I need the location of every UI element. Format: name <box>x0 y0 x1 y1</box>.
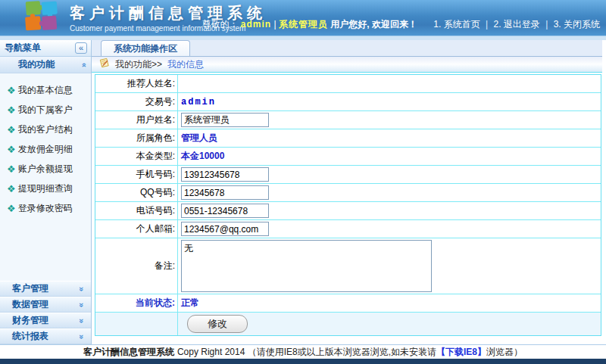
footer-copyright: Copy Right 2014 <box>177 347 245 357</box>
field-label: 用户姓名: <box>95 111 177 129</box>
menu-item-label: 我的客户结构 <box>18 123 73 136</box>
menu-item-label: 提现明细查询 <box>18 182 73 195</box>
footer-system-name: 客户计酬信息管理系统 <box>83 346 174 359</box>
qq-input[interactable] <box>181 185 269 200</box>
sidebar-item-change-password[interactable]: ❖ 登录修改密码 <box>7 198 91 218</box>
separator: | <box>486 19 488 30</box>
sidebar-item-sub-customers[interactable]: ❖ 我的下属客户 <box>7 100 91 120</box>
section-label: 客户管理 <box>12 282 48 295</box>
footer: 客户计酬信息管理系统 Copy Right 2014 （请使用IE8或以上版本浏… <box>0 344 606 359</box>
sidebar-section-finance-mgmt[interactable]: 财务管理 » <box>0 313 91 328</box>
diamond-icon: ❖ <box>7 144 16 155</box>
sidebar-spacer <box>0 218 91 281</box>
edit-note-icon <box>98 58 110 71</box>
sidebar-item-withdraw-query[interactable]: ❖ 提现明细查询 <box>7 179 91 198</box>
field-label: 手机号码: <box>95 166 177 183</box>
sidebar-item-commission-detail[interactable]: ❖ 发放佣金明细 <box>7 139 91 159</box>
header-nav-links: 1. 系统首页 | 2. 退出登录 | 3. 关闭系统 <box>433 19 600 30</box>
row-user-name: 用户姓名: <box>95 111 601 129</box>
user-role: 系统管理员 <box>279 19 328 30</box>
my-info-form: 推荐人姓名: 交易号: admin 用户姓名: 所属角色: 管理人员 本金类型: <box>95 74 601 336</box>
field-label: 个人邮箱: <box>95 220 177 238</box>
row-email: 个人邮箱: <box>95 220 601 238</box>
field-label: 推荐人姓名: <box>95 75 177 92</box>
sidebar-section-stats-report[interactable]: 统计报表 » <box>0 328 91 344</box>
sidebar-section-customer-mgmt[interactable]: 客户管理 » <box>0 281 91 297</box>
section-label: 财务管理 <box>12 314 48 327</box>
section-label: 统计报表 <box>12 330 48 343</box>
diamond-icon: ❖ <box>7 104 16 116</box>
user-name-input[interactable] <box>181 113 269 127</box>
puzzle-logo-icon <box>21 0 62 36</box>
breadcrumb-section: 我的功能>> <box>115 58 162 71</box>
row-submit: 修改 <box>95 313 601 335</box>
sidebar-item-customer-structure[interactable]: ❖ 我的客户结构 <box>7 120 91 139</box>
chevron-down-icon: » <box>77 334 86 338</box>
nav-link-logout[interactable]: 2. 退出登录 <box>494 19 540 30</box>
separator: | <box>274 19 276 30</box>
main-content: 系统功能操作区 我的功能>> 我的信息 推荐人姓名: <box>92 40 606 344</box>
diamond-icon: ❖ <box>7 183 16 194</box>
field-label: 备注: <box>95 238 177 294</box>
welcome-text: 用户您好, 欢迎回来！ <box>330 19 417 30</box>
field-label: QQ号码: <box>95 184 177 201</box>
field-label: 本金类型: <box>95 148 177 165</box>
chevron-down-icon: » <box>77 286 86 291</box>
greeting-prefix: 尊敬的： <box>201 19 238 30</box>
nav-link-home[interactable]: 1. 系统首页 <box>433 19 479 30</box>
field-value <box>177 75 601 92</box>
row-mobile: 手机号码: <box>95 166 601 184</box>
row-qq: QQ号码: <box>95 184 601 202</box>
app-header: 客户计酬信息管理系统 Customer payment management i… <box>0 0 606 36</box>
sidebar-header: 导航菜单 « <box>0 40 91 57</box>
row-principal-type: 本金类型: 本金10000 <box>95 148 601 166</box>
row-phone: 电话号码: <box>95 202 601 220</box>
menu-item-label: 登录修改密码 <box>18 202 73 215</box>
separator: | <box>545 19 548 30</box>
diamond-icon: ❖ <box>7 203 16 214</box>
phone-input[interactable] <box>181 204 269 218</box>
chevron-down-icon: » <box>77 302 86 306</box>
field-label: 所属角色: <box>95 129 177 147</box>
status-value: 正常 <box>181 297 199 310</box>
section-label: 我的功能 <box>18 58 55 71</box>
menu-item-label: 账户余额提现 <box>18 163 73 176</box>
modify-button[interactable]: 修改 <box>187 315 248 333</box>
diamond-icon: ❖ <box>7 85 16 96</box>
trade-no-value: admin <box>181 97 216 107</box>
email-input[interactable] <box>181 222 269 236</box>
role-value: 管理人员 <box>181 132 217 145</box>
sidebar-item-basic-info[interactable]: ❖ 我的基本信息 <box>7 80 91 100</box>
row-referrer-name: 推荐人姓名: <box>95 75 601 93</box>
breadcrumb-page[interactable]: 我的信息 <box>167 58 204 71</box>
menu-item-label: 我的下属客户 <box>18 104 73 117</box>
sidebar-section-my-functions[interactable]: 我的功能 » <box>0 57 91 73</box>
breadcrumb: 我的功能>> 我的信息 <box>92 57 602 73</box>
chevron-down-icon: » <box>77 318 86 322</box>
username: admin <box>241 19 271 30</box>
sidebar-menu: ❖ 我的基本信息 ❖ 我的下属客户 ❖ 我的客户结构 ❖ 发放佣金明细 ❖ <box>0 73 91 218</box>
sidebar-item-balance-withdraw[interactable]: ❖ 账户余额提现 <box>7 159 91 179</box>
app-window: 客户计酬信息管理系统 Customer payment management i… <box>0 0 606 364</box>
sidebar-collapse-button[interactable]: « <box>75 42 87 54</box>
section-label: 数据管理 <box>12 298 48 311</box>
field-label: 当前状态: <box>95 294 177 312</box>
remark-textarea[interactable]: 无 <box>181 240 432 292</box>
sidebar: 导航菜单 « 我的功能 » ❖ 我的基本信息 ❖ 我的下属客户 ❖ 我的客户结构 <box>0 40 92 344</box>
row-remark: 备注: 无 <box>95 238 601 294</box>
tab-bar: 系统功能操作区 <box>92 40 602 57</box>
sidebar-title: 导航菜单 <box>5 42 41 54</box>
nav-link-close-system[interactable]: 3. 关闭系统 <box>554 19 600 30</box>
sidebar-section-data-mgmt[interactable]: 数据管理 » <box>0 297 91 313</box>
tab-operation-area[interactable]: 系统功能操作区 <box>101 40 190 56</box>
footer-notice: （请使用IE8或以上版本浏览器浏览,如未安装请 <box>248 346 436 359</box>
mobile-input[interactable] <box>181 167 269 182</box>
row-status: 当前状态: 正常 <box>95 294 601 313</box>
diamond-icon: ❖ <box>7 124 16 135</box>
download-ie8-link[interactable]: 【下载IE8】 <box>436 346 486 359</box>
field-label: 交易号: <box>95 93 177 110</box>
diamond-icon: ❖ <box>7 163 16 175</box>
field-label: 电话号码: <box>95 202 177 219</box>
header-user-bar: 尊敬的： admin | 系统管理员 用户您好, 欢迎回来！ 1. 系统首页 |… <box>201 18 600 31</box>
chevron-up-icon: » <box>79 62 88 67</box>
